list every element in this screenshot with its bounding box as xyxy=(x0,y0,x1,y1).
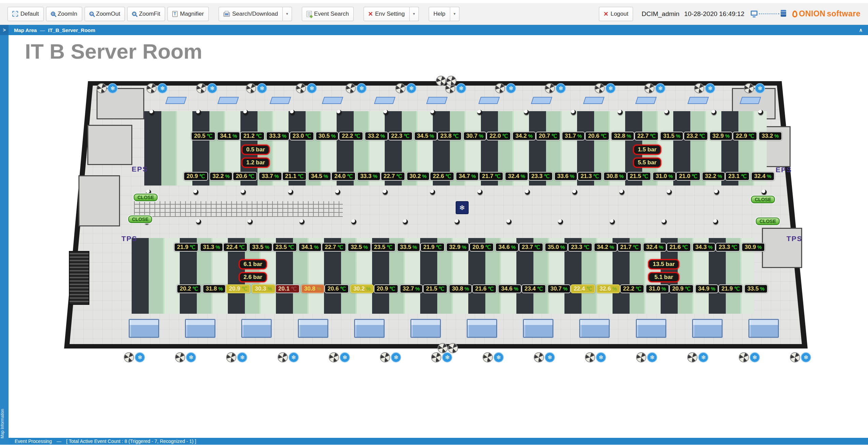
temperature-sensor[interactable]: 21.0℃ xyxy=(676,172,701,181)
humidity-sensor[interactable]: 30.3% xyxy=(252,284,275,293)
temperature-sensor[interactable]: 21.9℃ xyxy=(174,243,198,252)
temperature-sensor[interactable]: 22.0℃ xyxy=(486,132,511,140)
sensor-pair[interactable]: 20.6℃33.7% xyxy=(233,172,282,181)
humidity-sensor[interactable]: 34.1% xyxy=(217,132,240,140)
env-setting-dropdown[interactable]: ▾ xyxy=(410,7,419,21)
door-close-badge[interactable]: CLOSE xyxy=(756,218,780,225)
sensor-pair[interactable]: 23.1℃32.4% xyxy=(725,172,774,181)
sensor-pair[interactable]: 23.3℃34.2% xyxy=(568,243,617,252)
humidity-sensor[interactable]: 33.5% xyxy=(744,284,767,293)
sensor-pair[interactable]: 23.4℃30.7% xyxy=(521,284,571,293)
center-cooling-unit[interactable] xyxy=(456,201,469,214)
temperature-sensor[interactable]: 21.9℃ xyxy=(718,284,743,293)
temperature-sensor[interactable]: 22.4℃ xyxy=(571,284,595,293)
humidity-sensor[interactable]: 31.7% xyxy=(562,132,585,140)
sensor-pair[interactable]: 20.9℃34.9% xyxy=(669,284,718,293)
humidity-sensor[interactable]: 31.5% xyxy=(660,132,683,140)
temperature-sensor[interactable]: 23.1℃ xyxy=(725,172,750,181)
humidity-sensor[interactable]: 33.2% xyxy=(365,132,388,140)
zoom-out-button[interactable]: −ZoomOut xyxy=(85,7,125,21)
temperature-sensor[interactable]: 21.5℃ xyxy=(627,172,651,181)
humidity-sensor[interactable]: 35.0% xyxy=(545,243,568,252)
humidity-sensor[interactable]: 34.2% xyxy=(594,243,617,252)
temperature-sensor[interactable]: 23.0℃ xyxy=(290,132,314,140)
sensor-pair[interactable]: 21.7℃32.4% xyxy=(617,243,666,252)
sensor-pair[interactable]: 21.7℃32.4% xyxy=(479,172,528,181)
temperature-sensor[interactable]: 20.9℃ xyxy=(183,172,208,181)
magnifier-button[interactable]: TMagnifier xyxy=(167,7,209,21)
temperature-sensor[interactable]: 21.5℃ xyxy=(423,284,447,293)
sensor-pair[interactable]: 23.3℃30.9% xyxy=(716,243,765,252)
pressure-sensor[interactable]: 2.6 bar xyxy=(239,272,267,282)
sensor-pair[interactable]: 22.4℃33.5% xyxy=(223,243,272,252)
temperature-sensor[interactable]: 22.4℃ xyxy=(223,243,248,252)
door-close-badge[interactable]: CLOSE xyxy=(134,194,158,201)
sensor-pair[interactable]: 22.6℃34.7% xyxy=(430,172,479,181)
temperature-sensor[interactable]: 23.2℃ xyxy=(683,132,708,140)
humidity-sensor[interactable]: 32.6% xyxy=(597,284,620,293)
humidity-sensor[interactable]: 33.2% xyxy=(759,132,782,140)
env-setting-button[interactable]: ×Env Setting xyxy=(364,7,410,21)
sensor-pair[interactable]: 20.7℃31.7% xyxy=(536,132,585,140)
logout-button[interactable]: × Logout xyxy=(599,7,633,21)
sensor-pair[interactable]: 21.0℃32.2% xyxy=(676,172,725,181)
humidity-sensor[interactable]: 32.7% xyxy=(400,284,423,293)
temperature-sensor[interactable]: 22.2℃ xyxy=(620,284,645,293)
temperature-sensor[interactable]: 21.9℃ xyxy=(420,243,445,252)
sidebar-expand-button[interactable]: > xyxy=(0,25,9,35)
temperature-sensor[interactable]: 20.5℃ xyxy=(191,132,216,140)
humidity-sensor[interactable]: 32.5% xyxy=(348,243,371,252)
sensor-pair[interactable]: 22.4℃32.6% xyxy=(571,284,620,293)
temperature-sensor[interactable]: 20.6℃ xyxy=(324,284,349,293)
sensor-pair[interactable]: 21.9℃32.9% xyxy=(420,243,469,252)
door-close-badge[interactable]: CLOSE xyxy=(128,216,152,223)
humidity-sensor[interactable]: 32.4% xyxy=(751,172,774,181)
humidity-sensor[interactable]: 34.6% xyxy=(495,243,518,252)
humidity-sensor[interactable]: 34.3% xyxy=(692,243,716,252)
temperature-sensor[interactable]: 21.1℃ xyxy=(282,172,307,181)
sensor-pair[interactable]: 22.7℃31.5% xyxy=(634,132,683,140)
temperature-sensor[interactable]: 21.6℃ xyxy=(472,284,497,293)
temperature-sensor[interactable]: 22.3℃ xyxy=(388,132,413,140)
door-close-badge[interactable]: CLOSE xyxy=(751,196,775,203)
sensor-pair[interactable]: 22.0℃34.2% xyxy=(486,132,535,140)
sensor-pair[interactable]: 23.8℃30.7% xyxy=(437,132,486,140)
humidity-sensor[interactable]: 31.0% xyxy=(646,284,669,293)
sensor-pair[interactable]: 23.2℃32.9% xyxy=(683,132,733,140)
humidity-sensor[interactable]: 30.5% xyxy=(315,132,339,140)
sensor-pair[interactable]: 21.9℃31.3% xyxy=(174,243,223,252)
humidity-sensor[interactable]: 31.0% xyxy=(652,172,676,181)
sensor-pair[interactable]: 21.2℃33.3% xyxy=(240,132,289,140)
temperature-sensor[interactable]: 23.3℃ xyxy=(528,172,553,181)
sensor-pair[interactable]: 22.7℃32.5% xyxy=(322,243,371,252)
sensor-pair[interactable]: 22.3℃34.5% xyxy=(388,132,437,140)
temperature-sensor[interactable]: 20.6℃ xyxy=(233,172,257,181)
sensor-pair[interactable]: 23.5℃33.5% xyxy=(371,243,420,252)
humidity-sensor[interactable]: 32.4% xyxy=(505,172,528,181)
search-download-button[interactable]: Search/Download xyxy=(219,7,283,21)
humidity-sensor[interactable]: 30.7% xyxy=(547,284,571,293)
sensor-pair[interactable]: 23.7℃35.0% xyxy=(519,243,568,252)
temperature-sensor[interactable]: 24.0℃ xyxy=(331,172,356,181)
sensor-pair[interactable]: 21.6℃34.3% xyxy=(666,243,716,252)
sensor-pair[interactable]: 20.2℃31.8% xyxy=(177,284,226,293)
help-dropdown[interactable]: ▾ xyxy=(450,7,459,21)
pressure-sensor[interactable]: 5.5 bar xyxy=(633,158,661,168)
sensor-pair[interactable]: 21.9℃33.5% xyxy=(718,284,767,293)
humidity-sensor[interactable]: 30.8% xyxy=(449,284,472,293)
temperature-sensor[interactable]: 21.3℃ xyxy=(577,172,602,181)
sensor-pair[interactable]: 24.0℃33.3% xyxy=(331,172,380,181)
humidity-sensor[interactable]: 34.6% xyxy=(498,284,521,293)
humidity-sensor[interactable]: 33.5% xyxy=(397,243,420,252)
humidity-sensor[interactable]: 33.3% xyxy=(266,132,289,140)
temperature-sensor[interactable]: 20.2℃ xyxy=(177,284,201,293)
pressure-sensor[interactable]: 13.5 bar xyxy=(648,259,679,269)
sensor-pair[interactable]: 21.3℃30.8% xyxy=(577,172,627,181)
pressure-sensor[interactable]: 0.5 bar xyxy=(241,145,270,155)
sensor-pair[interactable]: 20.6℃30.2% xyxy=(324,284,373,293)
sensor-pair[interactable]: 23.3℃33.6% xyxy=(528,172,577,181)
humidity-sensor[interactable]: 30.2% xyxy=(407,172,430,181)
temperature-sensor[interactable]: 20.9℃ xyxy=(226,284,250,293)
humidity-sensor[interactable]: 31.8% xyxy=(203,284,226,293)
humidity-sensor[interactable]: 34.9% xyxy=(695,284,718,293)
